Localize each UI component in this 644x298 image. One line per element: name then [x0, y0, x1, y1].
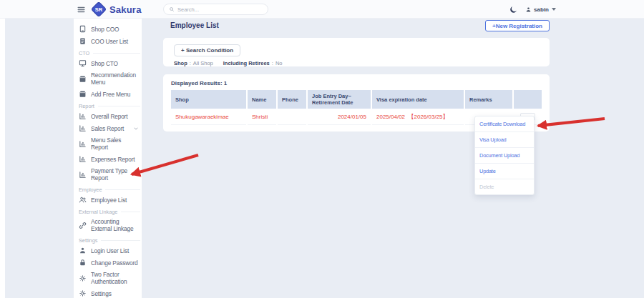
- moon-icon: [509, 5, 518, 14]
- sidebar-item-coo-user-list[interactable]: COO User List: [79, 35, 140, 47]
- box-icon: [79, 90, 87, 98]
- hamburger-menu-icon[interactable]: [77, 5, 86, 14]
- sidebar-item-employee-list[interactable]: Employee List: [79, 194, 140, 206]
- sidebar-item-label: Two Factor Authentication: [91, 271, 139, 285]
- sidebar-section-settings: Settings: [79, 236, 140, 244]
- menu-item-update[interactable]: Update: [475, 163, 534, 179]
- sidebar-item-label: COO User List: [91, 38, 139, 45]
- user-name: sabin: [534, 6, 549, 13]
- filter-separator: :: [272, 60, 273, 66]
- sidebar-section-employee: Employee: [79, 185, 140, 194]
- menu-item-visa-upload[interactable]: Visa Upload: [475, 131, 534, 147]
- sidebar-item-change-password[interactable]: Change Password: [79, 257, 140, 269]
- displayed-results-count: Displayed Results: 1: [171, 80, 542, 86]
- sidebar: Shop COO COO User List CTO Shop CTO Reco…: [74, 19, 142, 298]
- filter-shop-label: Shop: [174, 60, 187, 66]
- sidebar-section-cto: CTO: [79, 49, 140, 57]
- person-icon: [79, 247, 87, 254]
- user-menu[interactable]: sabin: [525, 6, 556, 13]
- column-header-name: Name: [247, 90, 277, 109]
- sidebar-item-label: Settings: [91, 290, 139, 297]
- sidebar-item-label: Shop COO: [91, 26, 139, 33]
- filter-shop-value: All Shop: [193, 60, 213, 66]
- page-title: Employee List: [170, 21, 644, 31]
- sidebar-item-accounting-external-linkage[interactable]: Accounting External Linkage: [79, 216, 140, 234]
- topbar: SR Sakura sabin: [0, 0, 644, 19]
- sidebar-item-label: Payment Type Report: [91, 167, 139, 182]
- sidebar-item-add-free-menu[interactable]: Add Free Menu: [79, 88, 140, 100]
- svg-text:SR: SR: [95, 6, 103, 13]
- search-icon: [169, 6, 175, 12]
- app-logo[interactable]: SR Sakura: [91, 1, 142, 17]
- column-header-phone: Phone: [277, 90, 307, 109]
- column-header-shop: Shop: [171, 90, 247, 109]
- column-header-job-entry: Job Entry Day~ Retirement Date: [307, 90, 371, 109]
- global-search: [163, 4, 268, 15]
- cell-phone: [277, 109, 307, 125]
- new-registration-button[interactable]: +New Registration: [485, 20, 550, 31]
- sidebar-item-label: Sales Report: [91, 125, 129, 132]
- chart-icon: [79, 140, 87, 148]
- document-icon: [79, 37, 87, 45]
- sidebar-item-label: Login User List: [91, 247, 139, 254]
- user-icon: [525, 6, 532, 13]
- menu-item-delete[interactable]: Delete: [475, 179, 534, 194]
- sidebar-item-expenses-report[interactable]: Expenses Report: [79, 153, 140, 165]
- sidebar-item-label: Recommendation Menu: [91, 71, 139, 86]
- sidebar-section-external-linkage: External Linkage: [79, 207, 140, 216]
- sidebar-item-label: Employee List: [91, 197, 139, 204]
- sidebar-item-shop-cto[interactable]: Shop CTO: [79, 57, 140, 69]
- cell-name: Shristi: [247, 109, 277, 125]
- sidebar-item-sales-report[interactable]: Sales Report: [79, 122, 140, 134]
- topbar-right: sabin: [509, 0, 556, 19]
- sidebar-item-label: Overall Report: [91, 113, 139, 120]
- sidebar-item-recommendation-menu[interactable]: Recommendation Menu: [79, 69, 140, 88]
- window-left-edge: [0, 0, 5, 298]
- menu-item-document-upload[interactable]: Document Upload: [475, 147, 534, 163]
- filter-summary: Shop : All Shop Including Retirees : No: [174, 60, 539, 66]
- table-header-row: Shop Name Phone Job Entry Day~ Retiremen…: [171, 90, 542, 109]
- sidebar-item-label: Accounting External Linkage: [91, 218, 139, 232]
- sidebar-item-overall-report[interactable]: Overall Report: [79, 110, 140, 122]
- column-header-remarks: Remarks: [464, 90, 513, 109]
- shop-icon: [79, 25, 87, 33]
- sidebar-item-login-user-list[interactable]: Login User List: [79, 244, 140, 257]
- row-actions-menu: Certificate Download Visa Upload Documen…: [474, 116, 535, 195]
- people-icon: [79, 196, 87, 204]
- gear-icon: [79, 289, 87, 297]
- caret-down-icon: [552, 8, 556, 11]
- cell-visa-expiration: 2025/04/02 【2026/03/25】: [371, 109, 464, 125]
- sidebar-item-payment-type-report[interactable]: Payment Type Report: [79, 165, 140, 184]
- link-icon: [79, 222, 87, 229]
- lock-icon: [79, 259, 87, 267]
- chart-icon: [79, 124, 87, 132]
- logo-diamond-icon: SR: [91, 1, 107, 17]
- filter-separator: :: [190, 60, 191, 66]
- sidebar-section-report: Report: [79, 101, 140, 110]
- monitor-icon: [79, 59, 87, 67]
- chevron-down-icon: [133, 126, 139, 131]
- sidebar-item-shop-coo[interactable]: Shop COO: [79, 23, 140, 35]
- search-condition-card: + Search Condition Shop : All Shop Inclu…: [163, 38, 550, 66]
- sidebar-item-menu-sales-report[interactable]: Menu Sales Report: [79, 134, 140, 153]
- sidebar-item-label: Change Password: [91, 259, 139, 267]
- filter-retirees-label: Including Retirees: [223, 60, 270, 66]
- sidebar-item-label: Menu Sales Report: [91, 136, 139, 151]
- sidebar-item-settings[interactable]: Settings: [79, 287, 140, 298]
- cell-job-entry: 2024/01/05: [307, 109, 371, 125]
- sidebar-item-label: Shop CTO: [91, 60, 139, 67]
- menu-item-certificate-download[interactable]: Certificate Download: [475, 116, 534, 131]
- main-content: Employee List +New Registration + Search…: [142, 19, 644, 298]
- gear-icon: [79, 274, 87, 282]
- search-condition-button[interactable]: + Search Condition: [174, 44, 240, 56]
- filter-retirees-value: No: [275, 60, 283, 66]
- logo-text: Sakura: [109, 4, 142, 15]
- sidebar-item-label: Expenses Report: [91, 156, 139, 163]
- sidebar-item-two-factor-authentication[interactable]: Two Factor Authentication: [79, 269, 140, 287]
- dark-mode-toggle[interactable]: [509, 5, 518, 14]
- search-input[interactable]: [177, 6, 263, 13]
- chart-icon: [79, 171, 87, 179]
- box-icon: [79, 75, 87, 83]
- column-header-visa-expiration: Visa expiration date: [371, 90, 464, 109]
- chart-icon: [79, 155, 87, 163]
